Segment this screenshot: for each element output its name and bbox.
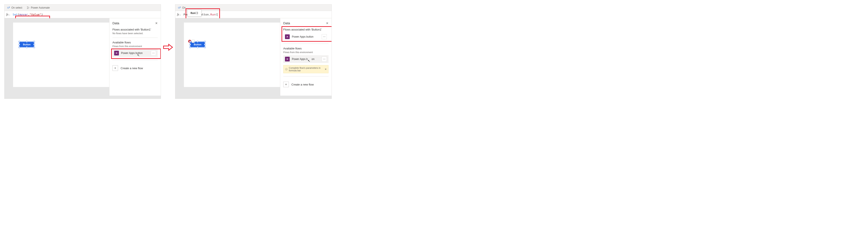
flow-icon — [114, 51, 119, 55]
powerautomate-icon — [27, 6, 30, 9]
formula-bar[interactable]: fx ⌄ Set(myvar,"Value") — [4, 11, 161, 18]
create-flow-label: Create a new flow — [291, 83, 314, 86]
info-icon: ⓘ — [285, 68, 287, 71]
available-flows-subtitle: Flows from this environment — [113, 45, 158, 48]
divider — [283, 76, 329, 77]
divider — [283, 44, 329, 44]
data-panel-title: Data — [113, 21, 119, 25]
resize-handle[interactable] — [26, 41, 28, 43]
flow-icon — [285, 57, 290, 61]
powerautomate-ribbon-item[interactable]: Power Automate — [27, 6, 50, 9]
resize-handle[interactable] — [33, 44, 35, 45]
resize-handle[interactable] — [33, 47, 35, 48]
onselect-icon — [7, 6, 10, 9]
available-flows-subtitle: Flows from this environment — [283, 51, 329, 54]
selected-button-wrapper[interactable]: Button ✕ ⌄ — [190, 42, 205, 47]
resize-handle[interactable] — [26, 47, 28, 48]
data-panel-title: Data — [283, 21, 290, 25]
close-icon[interactable]: ✕ — [155, 22, 158, 25]
more-icon[interactable]: ⋯ — [322, 34, 327, 39]
hint-banner: ⓘ Complete flow's parameters in formula … — [283, 65, 329, 73]
formula-input[interactable]: PowerAppsbutton.Run( — [183, 13, 330, 16]
selected-button-wrapper[interactable]: Button — [20, 42, 34, 47]
fx-icon: fx — [6, 13, 8, 16]
available-flows-title: Available flows — [283, 47, 329, 50]
flow-name: Power Apps button — [121, 52, 149, 55]
create-flow-button[interactable]: + Create a new flow — [283, 82, 329, 87]
svg-rect-0 — [7, 7, 9, 8]
plus-icon: + — [283, 82, 289, 87]
intellisense-tooltip: Run() — [187, 10, 202, 17]
flow-name: Power Apps button — [292, 35, 319, 38]
data-panel: Data ✕ Flows associated with 'Button1' N… — [109, 18, 161, 95]
chevron-down-icon[interactable]: ⌄ — [180, 13, 181, 16]
resize-handle[interactable] — [33, 41, 35, 43]
resize-handle[interactable] — [189, 44, 191, 45]
associated-flows-title: Flows associated with 'Button1' — [283, 28, 329, 31]
flow-icon — [285, 34, 290, 39]
associated-flows-subtitle: No flows have been selected. — [113, 32, 158, 35]
transition-arrow — [163, 43, 173, 52]
resize-handle[interactable] — [189, 47, 191, 48]
onselect-icon — [178, 6, 181, 9]
left-pane: On select Power Automate fx ⌄ Set(myvar,… — [4, 4, 161, 99]
plus-icon: + — [113, 65, 118, 71]
hint-text: Complete flow's parameters in formula ba… — [289, 66, 323, 72]
onselect-ribbon-item[interactable]: On select — [7, 6, 22, 9]
more-icon[interactable]: ⋯ — [322, 56, 327, 62]
flow-row[interactable]: Power Apps b↖on ⋯ — [283, 55, 329, 63]
flow-row[interactable]: Power Apps button ⋯ ↖ — [113, 49, 158, 57]
resize-handle[interactable] — [197, 47, 198, 48]
svg-rect-1 — [178, 7, 180, 8]
close-icon[interactable]: ✕ — [326, 22, 329, 25]
resize-handle[interactable] — [204, 44, 206, 45]
data-panel: Data ✕ Flows associated with 'Button1' P… — [280, 18, 332, 95]
right-pane: On Run() fx ⌄ PowerAppsbutton.Run( Butto… — [175, 4, 332, 99]
resize-handle[interactable] — [19, 47, 20, 48]
onselect-label: On — [182, 6, 186, 9]
chevron-down-icon[interactable]: ⌄ — [192, 40, 195, 43]
available-flows-title: Available flows — [113, 41, 158, 44]
ribbon: On Run() — [175, 4, 332, 11]
formula-input[interactable]: Set(myvar,"Value") — [13, 13, 159, 16]
flow-row[interactable]: Power Apps button ⋯ — [283, 33, 329, 40]
resize-handle[interactable] — [19, 44, 20, 45]
resize-handle[interactable] — [189, 41, 191, 43]
text-cursor — [217, 13, 218, 16]
divider — [113, 37, 158, 38]
ribbon: On select Power Automate — [4, 4, 161, 11]
more-icon[interactable]: ⋯ — [151, 51, 156, 56]
flow-name: Power Apps b↖on — [292, 58, 319, 61]
resize-handle[interactable] — [204, 47, 206, 48]
resize-handle[interactable] — [197, 41, 198, 43]
resize-handle[interactable] — [204, 41, 206, 43]
resize-handle[interactable] — [19, 41, 20, 43]
fx-icon: fx — [177, 13, 179, 16]
create-flow-button[interactable]: + Create a new flow — [113, 65, 158, 71]
associated-flows-title: Flows associated with 'Button1' — [113, 28, 158, 31]
powerautomate-label: Power Automate — [31, 6, 50, 9]
chevron-down-icon[interactable]: ⌄ — [9, 13, 10, 16]
onselect-label: On select — [11, 6, 22, 9]
cursor-icon: ↖ — [308, 59, 310, 62]
create-flow-label: Create a new flow — [121, 66, 143, 70]
onselect-ribbon-item[interactable]: On — [178, 6, 186, 9]
close-icon[interactable]: ✕ — [325, 68, 327, 71]
